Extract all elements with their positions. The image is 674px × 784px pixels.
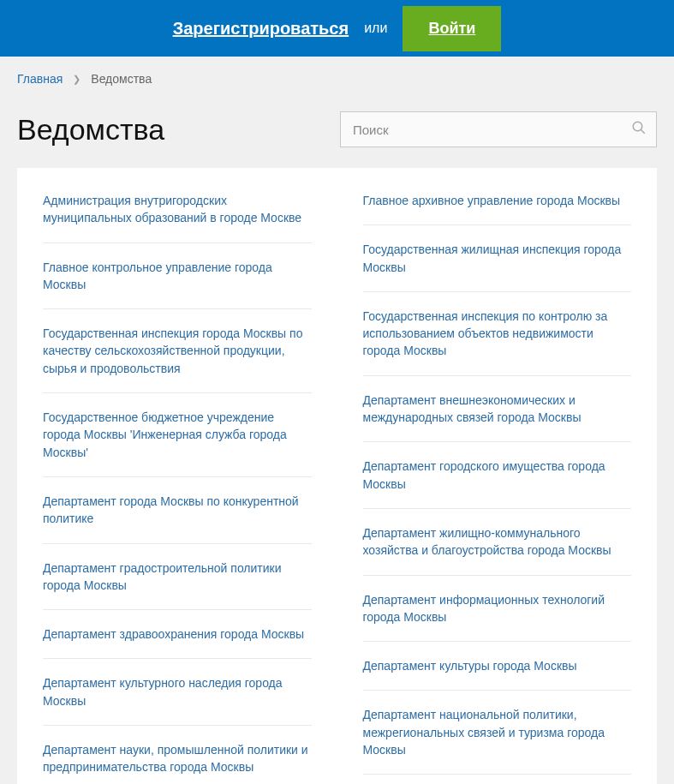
breadcrumb-home[interactable]: Главная: [17, 72, 63, 86]
list-item: Государственное бюджетное учреждение гор…: [43, 393, 312, 477]
department-link[interactable]: Департамент национальной политики, межре…: [363, 706, 632, 758]
department-link[interactable]: Департамент информационных технологий го…: [363, 591, 632, 626]
list-item: Государственная инспекция по контролю за…: [363, 292, 632, 376]
login-button[interactable]: Войти: [403, 6, 501, 51]
list-item: Главное контрольное управление города Мо…: [43, 243, 312, 310]
breadcrumb: Главная ❯ Ведомства: [0, 57, 674, 96]
department-link[interactable]: Государственная инспекция по контролю за…: [363, 308, 632, 360]
departments-column-right: Главное архивное управление города Москв…: [363, 177, 632, 784]
department-link[interactable]: Департамент культурного наследия города …: [43, 674, 312, 709]
departments-card: Администрация внутригородских муниципаль…: [17, 168, 657, 784]
list-item: Департамент жилищно-коммунального хозяйс…: [363, 509, 632, 576]
list-item: Государственная инспекция города Москвы …: [43, 309, 312, 393]
department-link[interactable]: Департамент города Москвы по конкурентно…: [43, 493, 312, 528]
list-item: Администрация внутригородских муниципаль…: [43, 177, 312, 243]
department-link[interactable]: Главное архивное управление города Москв…: [363, 192, 632, 209]
search-input[interactable]: [340, 111, 657, 147]
department-link[interactable]: Департамент городского имущества города …: [363, 458, 632, 493]
or-label: или: [364, 21, 387, 36]
list-item: Департамент культурного наследия города …: [43, 659, 312, 726]
list-item: Департамент города Москвы по конкурентно…: [43, 477, 312, 544]
department-link[interactable]: Департамент культуры города Москвы: [363, 657, 632, 674]
list-item: Государственная жилищная инспекция город…: [363, 225, 632, 292]
list-item: Департамент внешнеэкономических и междун…: [363, 376, 632, 443]
breadcrumb-current: Ведомства: [91, 72, 152, 86]
list-item: Департамент науки, промышленной политики…: [43, 726, 312, 784]
department-link[interactable]: Департамент науки, промышленной политики…: [43, 741, 312, 776]
list-item: Департамент информационных технологий го…: [363, 576, 632, 643]
department-link[interactable]: Департамент внешнеэкономических и междун…: [363, 392, 632, 427]
list-item: Департамент национальной политики, межре…: [363, 691, 632, 775]
department-link[interactable]: Государственная жилищная инспекция город…: [363, 241, 632, 276]
department-link[interactable]: Департамент жилищно-коммунального хозяйс…: [363, 524, 632, 560]
department-link[interactable]: Администрация внутригородских муниципаль…: [43, 192, 312, 227]
chevron-right-icon: ❯: [73, 74, 81, 85]
department-link[interactable]: Государственное бюджетное учреждение гор…: [43, 409, 312, 461]
list-item: Департамент градостроительной политики г…: [43, 544, 312, 611]
departments-columns: Администрация внутригородских муниципаль…: [43, 177, 631, 784]
header-row: Ведомства: [0, 96, 674, 168]
list-item: Департамент здравоохранения города Москв…: [43, 610, 312, 659]
department-link[interactable]: Главное контрольное управление города Мо…: [43, 259, 312, 294]
department-link[interactable]: Департамент градостроительной политики г…: [43, 560, 312, 595]
list-item: Главное архивное управление города Москв…: [363, 177, 632, 225]
search-box: [340, 111, 657, 147]
top-bar: Зарегистрироваться или Войти: [0, 0, 674, 57]
list-item: Департамент культуры города Москвы: [363, 642, 632, 691]
department-link[interactable]: Государственная инспекция города Москвы …: [43, 325, 312, 377]
department-link[interactable]: Департамент здравоохранения города Москв…: [43, 625, 312, 643]
list-item: Департамент городского имущества города …: [363, 442, 632, 509]
page-title: Ведомства: [17, 113, 164, 147]
departments-column-left: Администрация внутригородских муниципаль…: [43, 177, 312, 784]
register-link[interactable]: Зарегистрироваться: [173, 19, 349, 39]
